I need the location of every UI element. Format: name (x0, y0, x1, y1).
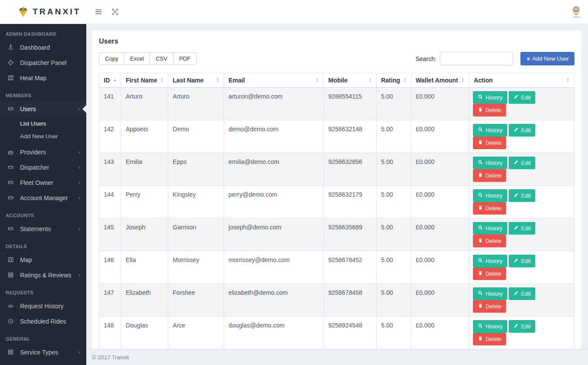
sidebar-item-dispatcher[interactable]: Dispatcher› (0, 160, 86, 175)
user-avatar[interactable] (571, 6, 582, 18)
add-new-user-button[interactable]: + Add New User (520, 52, 574, 65)
mobile-cell: 9258678452 (324, 251, 377, 284)
delete-button[interactable]: Delete (473, 300, 506, 313)
wallet-cell: £0.000 (411, 186, 469, 218)
email-cell: douglas@demo.com (224, 317, 324, 349)
history-button[interactable]: History (473, 157, 507, 169)
sidebar-subitem-list-users[interactable]: List Users (0, 117, 86, 130)
action-cell: HistoryEditDelete (469, 218, 574, 251)
search-icon (478, 290, 483, 297)
users-table: ID▲First Name▲▼Last Name▲▼Email▲▼Mobile▲… (99, 73, 574, 349)
delete-button[interactable]: Delete (473, 104, 506, 116)
delete-button[interactable]: Delete (473, 235, 506, 247)
rating-cell: 5.00 (377, 120, 411, 153)
sidebar-section-accounts: ACCOUNTS (0, 205, 86, 221)
sort-icon: ▲▼ (403, 78, 407, 83)
edit-button[interactable]: Edit (509, 124, 536, 136)
search-icon (478, 127, 483, 133)
mobile-cell: 9258632856 (324, 153, 377, 186)
crown-icon (7, 225, 14, 232)
user-id-cell: 148 (99, 317, 121, 349)
export-pdf-button[interactable]: PDF (173, 52, 197, 65)
user-id-cell: 143 (99, 153, 121, 186)
brand-logo[interactable]: TRANXIT (0, 6, 86, 17)
export-copy-button[interactable]: Copy (99, 52, 124, 65)
history-button[interactable]: History (473, 124, 507, 136)
sidebar-item-fleet-owner[interactable]: Fleet Owner› (0, 175, 86, 190)
action-cell: HistoryEditDelete (469, 88, 574, 120)
hamburger-icon[interactable] (94, 8, 103, 16)
edit-button[interactable]: Edit (509, 287, 536, 300)
column-header-email[interactable]: Email▲▼ (224, 73, 324, 88)
email-cell: emilia@demo.com (224, 153, 324, 186)
sidebar-item-documents[interactable]: Documents› (0, 360, 86, 365)
edit-button[interactable]: Edit (509, 222, 536, 235)
search-icon (478, 160, 483, 166)
first-name-cell: Emilia (121, 153, 168, 186)
sidebar-item-dashboard[interactable]: Dashboard (0, 40, 86, 55)
edit-button[interactable]: Edit (509, 255, 536, 267)
action-cell: HistoryEditDelete (469, 251, 574, 284)
first-name-cell: Appoets (121, 120, 168, 153)
sidebar-item-users[interactable]: Users› (0, 101, 86, 116)
wallet-cell: £0.000 (411, 88, 469, 120)
edit-button[interactable]: Edit (509, 157, 536, 169)
first-name-cell: Perry (121, 186, 168, 218)
column-header-mobile[interactable]: Mobile▲▼ (324, 73, 377, 88)
sidebar-item-scheduled-rides[interactable]: Scheduled Rides (0, 314, 86, 329)
column-header-first-name[interactable]: First Name▲▼ (121, 73, 168, 88)
sidebar-section-requests: REQUESTS (0, 283, 86, 298)
history-button[interactable]: History (473, 320, 507, 333)
grid-icon (7, 272, 14, 278)
search-input[interactable] (440, 52, 513, 65)
history-button[interactable]: History (473, 287, 507, 300)
sidebar-item-statements[interactable]: Statements› (0, 221, 86, 236)
sort-icon: ▲▼ (216, 78, 219, 83)
sidebar-item-account-manager[interactable]: Account Manager› (0, 190, 86, 205)
export-excel-button[interactable]: Excel (124, 52, 150, 65)
wallet-cell: £0.000 (411, 218, 469, 251)
last-name-cell: Morrissey (168, 251, 224, 284)
first-name-cell: Ella (121, 251, 168, 284)
column-header-wallet-amount[interactable]: Wallet Amount▲▼ (411, 73, 469, 88)
edit-button[interactable]: Edit (509, 320, 536, 333)
sidebar-subitem-add-new-user[interactable]: Add New User (0, 130, 86, 143)
gem-icon (17, 6, 29, 17)
history-button[interactable]: History (473, 255, 507, 267)
column-header-last-name[interactable]: Last Name▲▼ (168, 73, 224, 88)
action-cell: HistoryEditDelete (469, 317, 574, 349)
delete-button[interactable]: Delete (473, 169, 506, 182)
delete-button[interactable]: Delete (473, 267, 506, 280)
expand-arrows-icon[interactable] (111, 8, 119, 16)
history-button[interactable]: History (473, 189, 507, 202)
user-id-cell: 141 (99, 88, 121, 120)
wallet-cell: £0.000 (411, 153, 469, 186)
column-header-id[interactable]: ID▲ (99, 73, 121, 88)
delete-button[interactable]: Delete (473, 202, 506, 215)
sidebar-item-map[interactable]: Map (0, 252, 86, 267)
rating-cell: 5.00 (377, 317, 411, 349)
column-header-rating[interactable]: Rating▲▼ (377, 73, 411, 88)
sidebar-item-providers[interactable]: Providers› (0, 144, 86, 160)
mobile-cell: 9258924548 (324, 317, 377, 349)
edit-button[interactable]: Edit (509, 189, 536, 202)
email-cell: morrissey@demo.com (224, 251, 324, 284)
chevron-right-icon: › (78, 181, 80, 185)
last-name-cell: Forshee (168, 284, 224, 317)
delete-button[interactable]: Delete (473, 333, 506, 345)
sidebar-item-ratings-reviews[interactable]: Ratings & Reviews› (0, 267, 86, 283)
export-csv-button[interactable]: CSV (150, 52, 173, 65)
sidebar-item-heat-map[interactable]: Heat Map (0, 70, 86, 85)
edit-button[interactable]: Edit (509, 91, 536, 104)
history-button[interactable]: History (473, 91, 507, 104)
search-label: Search: (415, 55, 436, 62)
sidebar-item-service-types[interactable]: Service Types› (0, 345, 86, 360)
sort-icon: ▲▼ (566, 78, 570, 83)
history-button[interactable]: History (473, 222, 507, 235)
sidebar-item-dispatcher-panel[interactable]: Dispatcher Panel (0, 55, 86, 70)
sort-icon: ▲▼ (368, 78, 372, 83)
delete-button[interactable]: Delete (473, 136, 506, 149)
sidebar-item-request-history[interactable]: ∞Request History (0, 298, 86, 314)
column-header-action[interactable]: Action▲▼ (469, 73, 574, 88)
page-footer: © 2017 Tranxit (86, 349, 588, 365)
